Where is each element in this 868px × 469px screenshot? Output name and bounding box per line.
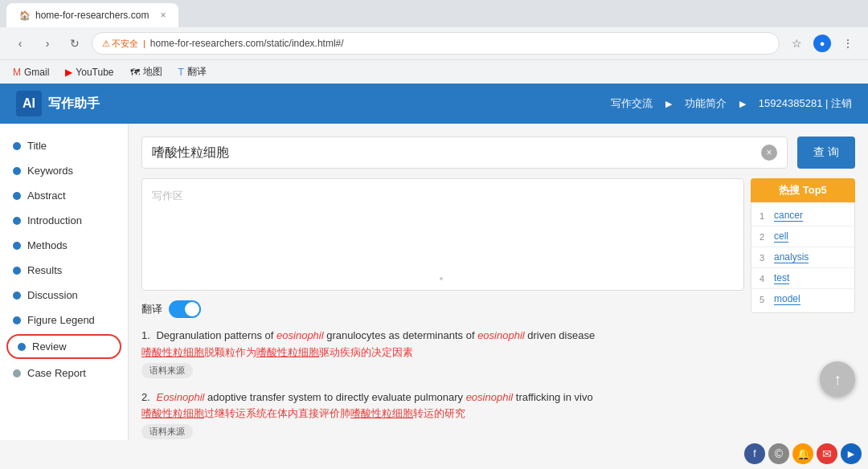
result-1-number: 1. — [141, 329, 150, 341]
search-input-wrap[interactable]: 嗜酸性粒细胞 × — [141, 137, 788, 169]
hot-item-2[interactable]: 2 cell — [751, 226, 854, 247]
search-clear-button[interactable]: × — [761, 145, 777, 161]
sidebar-label-title: Title — [27, 140, 47, 152]
result-2-en-text: Eosinophil adoptive transfer system to d… — [156, 391, 592, 403]
sidebar-item-title[interactable]: Title — [0, 133, 128, 158]
hot-item-1[interactable]: 1 cancer — [751, 206, 854, 226]
hot-sidebar: 热搜 Top5 1 cancer 2 cell 3 analysis — [751, 178, 855, 440]
sidebar-label-review: Review — [32, 341, 67, 353]
dot-discussion — [13, 292, 21, 300]
hot-word-5: model — [774, 293, 800, 305]
sidebar-label-methods: Methods — [27, 239, 68, 251]
main-layout: Title Keywords Abstract Introduction Met… — [0, 124, 868, 440]
forward-button[interactable]: › — [37, 33, 58, 54]
dot-figure-legend — [13, 316, 21, 324]
search-button[interactable]: 查 询 — [797, 137, 855, 169]
bookmark-gmail[interactable]: M Gmail — [10, 65, 52, 80]
result-item-2: 2. Eosinophil adoptive transfer system t… — [141, 389, 744, 440]
gmail-icon: M — [13, 67, 21, 78]
content-area: 嗜酸性粒细胞 × 查 询 写作区 翻译 — [129, 124, 868, 440]
translate-row: 翻译 — [141, 300, 744, 318]
dot-review — [18, 343, 26, 351]
social-copyright[interactable]: © — [768, 443, 789, 464]
writing-area[interactable]: 写作区 — [141, 178, 744, 291]
arrow-icon-2: ▶ — [739, 99, 746, 109]
hot-num-5: 5 — [760, 295, 769, 304]
dot-case-report — [13, 369, 21, 377]
writing-placeholder: 写作区 — [152, 190, 183, 202]
content-main: 写作区 翻译 1. Degranulation patterns of eo — [141, 178, 855, 440]
hot-item-4[interactable]: 4 test — [751, 268, 854, 289]
arrow-icon-1: ▶ — [665, 99, 672, 109]
dot-keywords — [13, 167, 21, 175]
sidebar: Title Keywords Abstract Introduction Met… — [0, 124, 129, 440]
tab-close-icon[interactable]: × — [160, 10, 166, 21]
address-text: home-for-researchers.com/static/index.ht… — [150, 38, 769, 49]
result-1-en-text: Degranulation patterns of eosinophil gra… — [156, 329, 595, 341]
social-play[interactable]: ► — [841, 443, 862, 464]
back-button[interactable]: ‹ — [10, 33, 31, 54]
hot-num-3: 3 — [760, 253, 769, 263]
social-facebook[interactable]: f — [744, 443, 765, 464]
bookmark-translate-label: 翻译 — [187, 65, 207, 79]
hot-header: 热搜 Top5 — [751, 178, 855, 202]
social-mail[interactable]: ✉ — [817, 443, 837, 464]
nav-features[interactable]: 功能简介 — [685, 96, 727, 111]
logo-ai-text: AI — [23, 96, 35, 111]
translate-toggle[interactable] — [169, 300, 201, 318]
writing-cursor — [440, 277, 443, 280]
insecure-label: 不安全 — [112, 38, 138, 50]
scroll-top-button[interactable]: ↑ — [820, 361, 855, 397]
toggle-knob — [185, 302, 199, 316]
dot-methods — [13, 242, 21, 250]
result-1-title-en: 1. Degranulation patterns of eosinophil … — [141, 328, 744, 344]
sidebar-item-introduction[interactable]: Introduction — [0, 208, 128, 233]
result-1-source-tag[interactable]: 语料来源 — [141, 363, 193, 378]
active-tab[interactable]: 🏠 home-for-researchers.com × — [6, 3, 178, 27]
sidebar-item-review[interactable]: Review — [6, 334, 121, 359]
dot-abstract — [13, 192, 21, 200]
nav-writing-exchange[interactable]: 写作交流 — [611, 96, 653, 111]
result-2-source-tag[interactable]: 语料来源 — [141, 424, 193, 439]
sidebar-item-discussion[interactable]: Discussion — [0, 283, 128, 308]
bookmark-youtube[interactable]: ▶ YouTube — [62, 65, 117, 80]
menu-button[interactable]: ⋮ — [837, 33, 858, 54]
sidebar-item-figure-legend[interactable]: Figure Legend — [0, 308, 128, 332]
sidebar-item-case-report[interactable]: Case Report — [0, 361, 128, 385]
sidebar-label-introduction: Introduction — [27, 214, 82, 226]
bookmark-maps[interactable]: 🗺 地图 — [127, 63, 166, 80]
bookmark-gmail-label: Gmail — [24, 67, 49, 78]
hot-word-2: cell — [774, 230, 788, 243]
nav-phone-logout[interactable]: 15924385281 | 注销 — [759, 96, 852, 111]
sidebar-item-abstract[interactable]: Abstract — [0, 183, 128, 208]
bookmark-bar: M Gmail ▶ YouTube 🗺 地图 T 翻译 — [0, 59, 868, 84]
bookmark-icon[interactable]: ☆ — [786, 33, 807, 54]
sidebar-item-results[interactable]: Results — [0, 258, 128, 283]
profile-icon[interactable]: ● — [813, 35, 831, 52]
bookmark-youtube-label: YouTube — [76, 67, 113, 78]
app-header: AI 写作助手 写作交流 ▶ 功能简介 ▶ 15924385281 | 注销 — [0, 84, 868, 124]
address-bar[interactable]: ⚠ 不安全 | home-for-researchers.com/static/… — [92, 32, 780, 55]
hot-item-5[interactable]: 5 model — [751, 289, 854, 309]
results-column: 写作区 翻译 1. Degranulation patterns of eo — [141, 178, 751, 440]
tab-favicon: 🏠 — [19, 10, 31, 21]
clear-icon: × — [767, 147, 772, 158]
sidebar-item-methods[interactable]: Methods — [0, 233, 128, 258]
sidebar-label-figure-legend: Figure Legend — [27, 314, 95, 326]
hot-num-4: 4 — [760, 274, 769, 283]
hot-item-3[interactable]: 3 analysis — [751, 247, 854, 268]
bookmark-translate[interactable]: T 翻译 — [175, 63, 210, 80]
result-item-1: 1. Degranulation patterns of eosinophil … — [141, 328, 744, 378]
logo-icon: AI — [16, 91, 42, 116]
sidebar-item-keywords[interactable]: Keywords — [0, 158, 128, 183]
reload-button[interactable]: ↻ — [64, 33, 85, 54]
social-bell[interactable]: 🔔 — [792, 443, 813, 464]
logo-text: 写作助手 — [48, 96, 100, 112]
warning-icon: ⚠ — [102, 39, 110, 49]
sidebar-label-discussion: Discussion — [27, 289, 78, 301]
translate-icon: T — [178, 67, 184, 78]
youtube-icon: ▶ — [65, 67, 72, 78]
translate-label: 翻译 — [141, 302, 162, 316]
tab-title: home-for-researchers.com — [35, 10, 149, 21]
scroll-top-icon: ↑ — [833, 370, 841, 389]
